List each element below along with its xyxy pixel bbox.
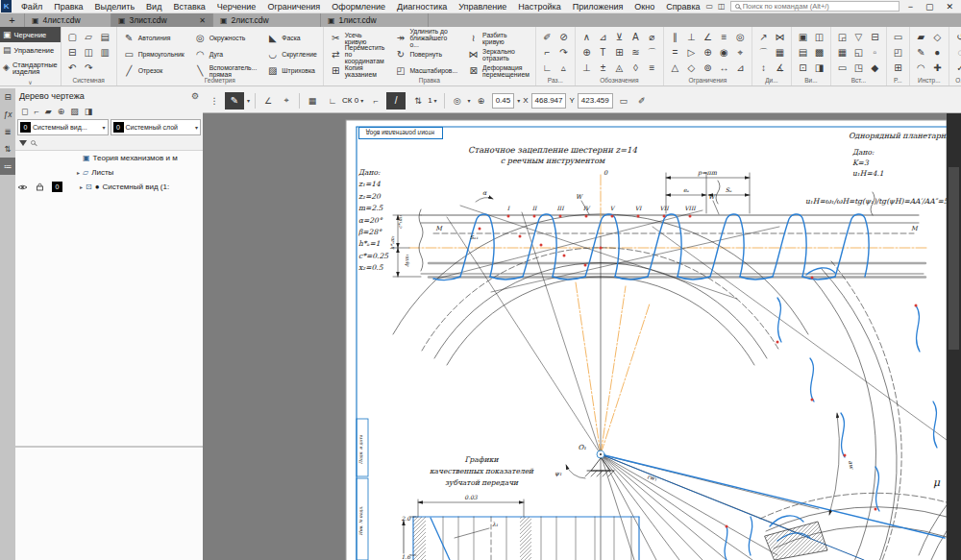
open-document-icon[interactable]: ▱ bbox=[82, 30, 96, 44]
scrollbar-thumb[interactable] bbox=[949, 167, 959, 350]
expander-icon[interactable]: ▸ bbox=[80, 183, 83, 190]
angle-icon[interactable]: ∠ bbox=[701, 30, 715, 44]
tree-item-document[interactable]: ▣ Теория механизмов и м bbox=[15, 151, 203, 165]
insert-triangle-icon[interactable]: ▽ bbox=[851, 30, 866, 44]
snap-angle-icon[interactable]: ∠ bbox=[260, 93, 276, 109]
tree-item-sheets[interactable]: ▸ ▱ Листы bbox=[15, 165, 203, 180]
tab-close-icon[interactable]: ✕ bbox=[199, 16, 206, 25]
measure-icon[interactable]: ↗ bbox=[756, 30, 771, 44]
swap-views-icon[interactable]: ⇅ bbox=[0, 140, 15, 158]
wave-line-icon[interactable]: ≋ bbox=[628, 45, 643, 60]
expander-icon[interactable]: ▸ bbox=[77, 169, 80, 176]
menu-item[interactable]: Управление bbox=[453, 2, 512, 12]
menu-item[interactable]: Оформление bbox=[326, 2, 391, 12]
vertical-scrollbar[interactable] bbox=[947, 113, 961, 560]
layer-combo[interactable]: ⇅ 1 ▾ bbox=[408, 92, 438, 110]
insert-corner-icon[interactable]: ◱ bbox=[851, 45, 866, 60]
radial-dim-icon[interactable]: ▵ bbox=[556, 61, 571, 75]
fix-icon[interactable]: ⊕ bbox=[701, 45, 715, 60]
symmetry-icon[interactable]: ⊚ bbox=[701, 61, 715, 75]
concentric-icon[interactable]: ◎ bbox=[733, 30, 748, 44]
ribbon-button[interactable]: ◠ Дуга bbox=[192, 46, 259, 62]
snaps-toggle-button[interactable]: / bbox=[386, 92, 406, 110]
grid-toggle-icon[interactable]: ▦ bbox=[305, 93, 320, 109]
save-icon[interactable]: ▤ bbox=[98, 30, 112, 44]
print-icon[interactable]: ⊟ bbox=[65, 45, 80, 60]
diameter-icon[interactable]: ⌀ bbox=[645, 30, 659, 44]
ribbon-button[interactable]: ↻ Повернуть bbox=[392, 46, 459, 62]
new-document-tab-button[interactable]: + bbox=[0, 13, 25, 27]
panel-sheet-icon[interactable]: ◨ bbox=[85, 107, 93, 116]
perpendicular-icon[interactable]: ⊥ bbox=[684, 30, 699, 44]
visibility-eye-icon[interactable] bbox=[17, 183, 28, 191]
angle-dim-icon[interactable]: ⌐ bbox=[540, 45, 554, 60]
new-document-icon[interactable]: ▢ bbox=[65, 30, 80, 44]
plus-tool-icon[interactable]: ✚ bbox=[930, 61, 945, 75]
half-view-icon[interactable]: ◨ bbox=[812, 61, 826, 75]
midpoint-icon[interactable]: ◇ bbox=[684, 61, 699, 75]
ribbon-button[interactable]: ⇄ Переместить по координатам bbox=[328, 46, 387, 62]
zoom-plus-icon[interactable]: ⊕ bbox=[474, 93, 489, 109]
ribbon-button[interactable]: ▭ Прямоугольник bbox=[121, 46, 186, 62]
view-frame-icon[interactable]: ◫ bbox=[812, 30, 826, 44]
insert-blank-icon[interactable]: ▫ bbox=[868, 45, 882, 60]
menu-item[interactable]: Вид bbox=[140, 2, 167, 12]
window-layout-icon[interactable]: ▭ bbox=[706, 2, 714, 11]
app-logo-icon[interactable]: K bbox=[1, 0, 12, 12]
undo-icon[interactable]: ↶ bbox=[65, 61, 80, 75]
drawing-canvas[interactable]: I II III IV V VI VII VIII 0 W W М М α O₁… bbox=[203, 113, 961, 560]
menu-item[interactable]: Выделить bbox=[89, 2, 141, 12]
mode-standard-parts[interactable]: ◈ Стандартные изделия bbox=[0, 58, 61, 79]
point-tool-icon[interactable]: ● bbox=[930, 45, 945, 60]
menu-item[interactable]: Вставка bbox=[167, 2, 210, 12]
linear-dim-icon[interactable]: ∟ bbox=[540, 61, 554, 75]
grid-insert-icon[interactable]: ⊞ bbox=[891, 61, 905, 75]
arc-dim-icon[interactable]: ↷ bbox=[556, 45, 571, 60]
search-input[interactable] bbox=[743, 2, 895, 11]
text-a-icon[interactable]: A bbox=[628, 30, 643, 44]
tab-2list[interactable]: ▣ 2лист.cdw bbox=[213, 13, 321, 27]
perpendicular-mark-icon[interactable]: ⊥ bbox=[579, 61, 594, 75]
screen-icon[interactable]: ◫ bbox=[718, 2, 726, 11]
panel-splitter[interactable] bbox=[15, 446, 203, 448]
menu-item[interactable]: Черчение bbox=[211, 2, 262, 12]
angle-measure-icon[interactable]: ∡ bbox=[773, 61, 787, 75]
eyedropper-icon[interactable]: ✐ bbox=[634, 93, 650, 109]
point-on-curve-icon[interactable]: ◉ bbox=[717, 45, 731, 60]
maximize-button[interactable]: ▢ bbox=[922, 2, 938, 12]
datum-icon[interactable]: ⊿ bbox=[596, 30, 610, 44]
text-icon[interactable]: T bbox=[596, 45, 610, 60]
ortho-corner-icon[interactable]: ⌐ bbox=[368, 93, 383, 109]
properties-panel-icon[interactable]: ⊟ bbox=[0, 88, 15, 106]
menu-item[interactable]: Справка bbox=[660, 2, 705, 12]
menu-item[interactable]: Диагностика bbox=[391, 2, 453, 12]
arc-mark-icon[interactable]: ⌒ bbox=[645, 45, 659, 60]
toolbar-handle-icon[interactable]: ⋮ bbox=[207, 93, 222, 109]
chevron-down-icon[interactable]: ▾ bbox=[517, 97, 520, 104]
layer-number-badge[interactable]: 0 bbox=[52, 182, 62, 192]
tab-1list[interactable]: ▣ 1лист.cdw bbox=[321, 13, 429, 27]
mode-drawing[interactable]: ▣ Черчение bbox=[0, 27, 61, 42]
modes-expand-chevron-icon[interactable]: ∨ bbox=[0, 79, 61, 85]
chevron-down-icon[interactable]: ▾ bbox=[247, 97, 250, 104]
zoom-value-field[interactable]: 0.45 bbox=[492, 93, 515, 109]
tab-3list-active[interactable]: ▣ 3лист.cdw ✕ bbox=[111, 13, 213, 27]
hatch-view-icon[interactable]: ▩ bbox=[812, 45, 826, 60]
parallel-icon[interactable]: ∥ bbox=[668, 30, 682, 44]
close-button[interactable]: ✕ bbox=[942, 2, 957, 12]
arc-tool-icon[interactable]: ◠ bbox=[914, 61, 928, 75]
insert-fragment-icon[interactable]: ◲ bbox=[835, 30, 850, 44]
triangle-icon[interactable]: △ bbox=[668, 61, 682, 75]
tab-4list[interactable]: ▣ 4лист.cdw bbox=[25, 13, 111, 27]
insert-rect-icon[interactable]: ▭ bbox=[835, 61, 850, 75]
section-icon[interactable]: ◬ bbox=[612, 61, 627, 75]
solid-icon[interactable]: ▰ bbox=[914, 30, 928, 44]
ribbon-button[interactable]: ↠ Удлинить до ближайшего о... bbox=[392, 30, 459, 46]
marker-icon[interactable]: ⊕ bbox=[579, 45, 594, 60]
rhomb-tool-icon[interactable]: ◇ bbox=[930, 30, 945, 44]
distance-icon[interactable]: ↕ bbox=[756, 61, 771, 75]
tree-search-icon[interactable] bbox=[31, 140, 36, 145]
zoom-area-icon[interactable]: ◎ bbox=[450, 93, 465, 109]
sheet-icon[interactable]: ▭ bbox=[891, 30, 905, 44]
circle-outline-icon[interactable]: ◌ bbox=[953, 45, 961, 60]
